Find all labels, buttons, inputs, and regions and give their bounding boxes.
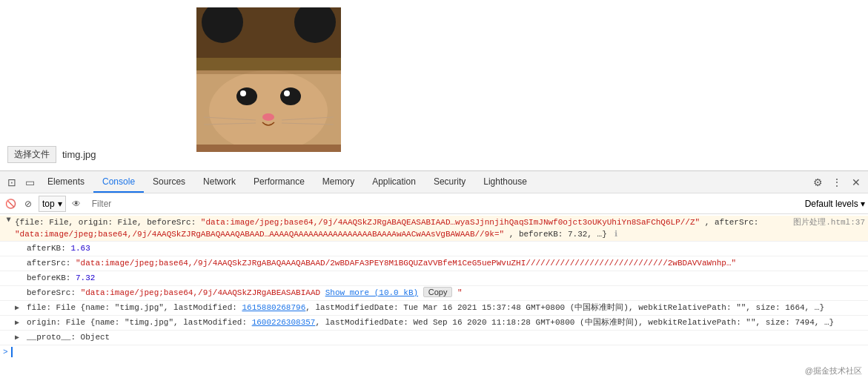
log-file-text: file: File {name: "timg.jpg", lastModifi… bbox=[27, 302, 824, 314]
tab-elements[interactable]: Elements bbox=[39, 171, 93, 193]
svg-point-9 bbox=[284, 90, 290, 96]
devtools-more-icon[interactable]: ⋮ bbox=[828, 173, 846, 191]
console-filter-bar: 🚫 ⊘ top ▾ 👁 Default levels ▾ bbox=[0, 193, 868, 214]
console-source-ref[interactable]: 图片处理.html:37 bbox=[793, 216, 865, 228]
log-main-text: {file: File, origin: File, beforeSrc: "d… bbox=[15, 216, 787, 240]
log-origin-text: origin: File {name: "timg.jpg", lastModi… bbox=[27, 316, 834, 328]
log-entry-origin: ▶ origin: File {name: "timg.jpg", lastMo… bbox=[0, 316, 868, 331]
svg-point-6 bbox=[236, 87, 257, 105]
tab-lighthouse[interactable]: Lighthouse bbox=[474, 171, 536, 193]
tab-console[interactable]: Console bbox=[93, 171, 144, 193]
log-beforekb-text: beforeKB: 7.32 bbox=[27, 272, 95, 284]
svg-point-7 bbox=[280, 87, 301, 105]
tab-security[interactable]: Security bbox=[425, 171, 474, 193]
svg-point-10 bbox=[262, 113, 274, 121]
tab-sources[interactable]: Sources bbox=[144, 171, 194, 193]
tab-application[interactable]: Application bbox=[363, 171, 425, 193]
prompt-cursor[interactable] bbox=[11, 347, 17, 357]
devtools-tabbar: ⊡ ▭ Elements Console Sources Network Per… bbox=[0, 171, 868, 193]
log-entry-aftersrc: ▶ afterSrc: "data:image/jpeg;base64,/9j/… bbox=[0, 256, 868, 271]
default-levels-selector[interactable]: Default levels ▾ bbox=[805, 199, 865, 209]
log-proto-text: __proto__: Object bbox=[27, 331, 110, 343]
context-label: top bbox=[42, 199, 55, 209]
image-container bbox=[196, 7, 341, 152]
copy-button[interactable]: Copy bbox=[423, 287, 453, 297]
devtools-device-icon[interactable]: ▭ bbox=[21, 173, 39, 191]
tab-memory[interactable]: Memory bbox=[314, 171, 363, 193]
log-entry-proto: ▶ __proto__: Object bbox=[0, 331, 868, 345]
svg-rect-16 bbox=[196, 70, 341, 74]
console-filter-input[interactable] bbox=[87, 196, 802, 211]
context-selector[interactable]: top ▾ bbox=[39, 196, 66, 212]
log-entry-beforesrc: ▶ beforeSrc: "data:image/jpeg;base64,/9j… bbox=[0, 286, 868, 301]
prompt-arrow: > bbox=[3, 348, 8, 357]
console-clear-icon[interactable]: 🚫 bbox=[3, 196, 18, 211]
devtools-close-icon[interactable]: ✕ bbox=[847, 173, 865, 191]
cat-svg bbox=[196, 7, 341, 152]
svg-point-8 bbox=[240, 90, 246, 96]
file-input-area: 选择文件 timg.jpg bbox=[7, 146, 96, 163]
log-afterkb-text: afterKB: 1.63 bbox=[27, 242, 90, 254]
top-content-area: 选择文件 timg.jpg bbox=[0, 0, 868, 170]
file-lastmodified-link[interactable]: 1615880268796 bbox=[242, 303, 305, 312]
expand-arrow-main[interactable]: ▶ bbox=[2, 218, 15, 228]
console-ban-icon[interactable]: ⊘ bbox=[21, 196, 36, 211]
svg-rect-15 bbox=[196, 145, 341, 152]
console-output: ▶ {file: File, origin: File, beforeSrc: … bbox=[0, 214, 868, 378]
watermark: @掘金技术社区 bbox=[805, 365, 862, 377]
svg-rect-3 bbox=[196, 58, 341, 71]
console-prompt-line: > bbox=[0, 345, 868, 359]
console-eye-icon[interactable]: 👁 bbox=[69, 196, 84, 211]
log-entry-afterkb: ▶ afterKB: 1.63 bbox=[0, 242, 868, 256]
log-entry-main: ▶ {file: File, origin: File, beforeSrc: … bbox=[0, 216, 868, 242]
origin-lastmodified-link[interactable]: 1600226308357 bbox=[252, 318, 316, 327]
devtools-settings-icon[interactable]: ⚙ bbox=[809, 173, 826, 191]
expand-arrow-proto[interactable]: ▶ bbox=[15, 331, 25, 344]
devtools-inspect-icon[interactable]: ⊡ bbox=[3, 173, 21, 191]
log-entry-beforekb: ▶ beforeKB: 7.32 bbox=[0, 271, 868, 286]
devtools-toolbar-right: ⚙ ⋮ ✕ bbox=[809, 173, 865, 191]
svg-point-5 bbox=[209, 70, 328, 152]
context-dropdown-arrow: ▾ bbox=[58, 199, 62, 209]
file-name-label: timg.jpg bbox=[62, 149, 96, 160]
show-more-button[interactable]: Show more (10.0 kB) bbox=[325, 288, 418, 297]
devtools-tabs: Elements Console Sources Network Perform… bbox=[39, 171, 809, 193]
tab-network[interactable]: Network bbox=[194, 171, 245, 193]
log-entry-file: ▶ file: File {name: "timg.jpg", lastModi… bbox=[0, 301, 868, 316]
devtools-panel: ⊡ ▭ Elements Console Sources Network Per… bbox=[0, 170, 868, 378]
log-beforesrc-text: beforeSrc: "data:image/jpeg;base64,/9j/4… bbox=[27, 287, 463, 299]
expand-arrow-file[interactable]: ▶ bbox=[15, 302, 25, 314]
tab-performance[interactable]: Performance bbox=[245, 171, 314, 193]
expand-arrow-origin[interactable]: ▶ bbox=[15, 316, 25, 329]
choose-file-button[interactable]: 选择文件 bbox=[7, 146, 56, 163]
log-aftersrc-text: afterSrc: "data:image/jpeg;base64,/9j/4A… bbox=[27, 257, 736, 269]
cat-image bbox=[196, 7, 341, 152]
